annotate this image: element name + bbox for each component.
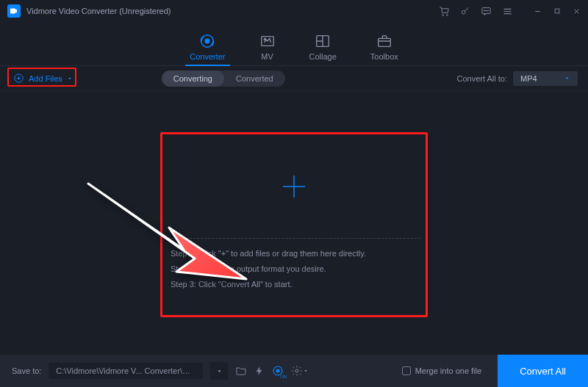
titlebar-actions — [439, 6, 581, 17]
dropzone[interactable]: Step 1: Click "+" to add files or drag t… — [163, 135, 425, 314]
tab-label: Collage — [309, 52, 337, 61]
svg-point-0 — [442, 14, 444, 15]
svg-point-17 — [295, 369, 298, 372]
step-2: Step 2: Select the output format you des… — [171, 261, 417, 277]
seg-converted[interactable]: Converted — [224, 70, 285, 87]
checkbox-icon — [402, 366, 411, 375]
app-title: Vidmore Video Converter (Unregistered) — [26, 7, 439, 15]
save-to-label: Save to: — [12, 366, 41, 375]
minimize-button[interactable] — [534, 7, 542, 15]
convert-all-button[interactable]: Convert All — [498, 355, 588, 387]
sub-bar: Add Files Converting Converted Convert A… — [0, 66, 588, 91]
add-plus-area[interactable] — [163, 135, 425, 238]
svg-point-6 — [487, 10, 488, 10]
window-controls — [534, 7, 581, 15]
bottom-bar: Save to: C:\Vidmore\Vidmore V... Convert… — [0, 355, 588, 387]
maximize-button[interactable] — [553, 7, 561, 15]
open-folder-icon[interactable] — [235, 365, 247, 377]
format-value: MP4 — [520, 74, 537, 83]
tab-mv[interactable]: MV — [259, 33, 276, 65]
caret-down-icon — [67, 76, 73, 82]
convert-to-label: Convert All to: — [457, 74, 507, 83]
status-segmented: Converting Converted — [162, 70, 285, 87]
svg-point-2 — [462, 10, 465, 14]
menu-icon[interactable] — [502, 6, 513, 17]
tab-label: Toolbox — [370, 52, 398, 61]
tab-label: MV — [261, 52, 273, 61]
on-badge: ON — [280, 375, 287, 379]
step-1: Step 1: Click "+" to add files or drag t… — [171, 246, 417, 261]
close-button[interactable] — [573, 7, 581, 15]
svg-rect-7 — [555, 9, 559, 13]
svg-point-5 — [486, 10, 487, 10]
caret-down-icon — [216, 368, 223, 375]
step-3: Step 3: Click "Convert All" to start. — [171, 277, 417, 292]
merge-toggle[interactable]: Merge into one file — [402, 366, 482, 375]
tab-toolbox[interactable]: Toolbox — [370, 33, 398, 65]
hardware-accel-icon[interactable] — [254, 365, 265, 377]
svg-point-1 — [446, 14, 448, 15]
tab-label: Converter — [190, 52, 225, 61]
caret-down-icon — [564, 75, 570, 82]
svg-point-16 — [276, 369, 279, 372]
main-area: Step 1: Click "+" to add files or drag t… — [0, 91, 588, 354]
convert-all-to: Convert All to: MP4 — [457, 71, 578, 86]
save-path-dropdown[interactable] — [210, 362, 228, 380]
add-files-label: Add Files — [29, 74, 62, 83]
seg-converting[interactable]: Converting — [162, 70, 224, 87]
svg-point-4 — [484, 10, 484, 10]
key-icon[interactable] — [460, 6, 470, 16]
settings-icon[interactable] — [291, 365, 309, 377]
top-nav: Converter MV Collage Toolbox — [0, 22, 588, 66]
high-speed-icon[interactable]: ON — [272, 365, 284, 377]
tab-converter[interactable]: Converter — [190, 33, 225, 65]
titlebar: Vidmore Video Converter (Unregistered) — [0, 0, 588, 22]
feedback-icon[interactable] — [481, 6, 492, 17]
caret-down-icon — [303, 368, 309, 374]
save-path-field[interactable]: C:\Vidmore\Vidmore V... Converter\Conver… — [49, 363, 203, 379]
cart-icon[interactable] — [439, 6, 450, 17]
tab-collage[interactable]: Collage — [309, 33, 337, 65]
output-format-dropdown[interactable]: MP4 — [513, 71, 578, 86]
add-files-button[interactable]: Add Files — [10, 71, 76, 85]
merge-label: Merge into one file — [415, 366, 482, 375]
plus-icon — [281, 173, 307, 200]
svg-point-11 — [264, 38, 265, 40]
svg-rect-13 — [379, 38, 391, 46]
steps-list: Step 1: Click "+" to add files or drag t… — [163, 239, 425, 292]
app-logo-icon — [7, 4, 21, 18]
svg-point-9 — [206, 39, 210, 43]
